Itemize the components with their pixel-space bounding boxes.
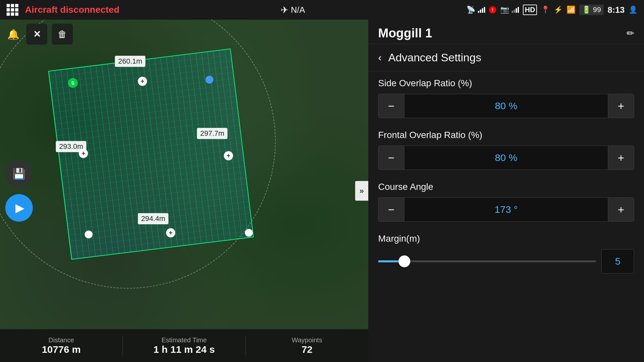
video-signal-group: 📷 xyxy=(500,6,519,14)
frontal-overlap-input-row: − 80 % + xyxy=(378,146,634,170)
frontal-overlap-minus-button[interactable]: − xyxy=(378,146,404,170)
course-angle-input-row: − 173 ° + xyxy=(378,197,634,222)
bluetooth-icon: ⚡ xyxy=(554,6,563,14)
battery-percent: 99 xyxy=(593,6,601,14)
person-icon: 👤 xyxy=(629,6,637,14)
add-handle-right[interactable]: + xyxy=(224,151,233,160)
corner-handle-br[interactable] xyxy=(245,229,253,237)
side-overlap-label: Side Overlap Ratio (%) xyxy=(378,78,634,89)
stat-waypoints: Waypoints 72 xyxy=(246,336,368,355)
rc-signal-group: 📡 xyxy=(466,6,485,14)
course-angle-value[interactable]: 173 ° xyxy=(404,197,608,222)
status-bar-center: ✈ N/A xyxy=(119,5,466,15)
advanced-settings-title: Advanced Settings xyxy=(388,51,482,64)
frontal-overlap-plus-button[interactable]: + xyxy=(608,146,634,170)
corner-handle-bl[interactable] xyxy=(85,231,93,238)
start-handle[interactable]: S xyxy=(68,78,78,88)
play-icon: ▶ xyxy=(15,201,25,215)
add-handle-left[interactable]: + xyxy=(79,149,88,158)
wifi-icon: 📶 xyxy=(567,6,575,14)
margin-input-row: 5 xyxy=(378,249,634,273)
chevron-right-icon: » xyxy=(359,186,364,195)
frontal-overlap-label: Frontal Overlap Ratio (%) xyxy=(378,130,634,140)
rc-icon: 📡 xyxy=(466,6,475,14)
save-button[interactable]: 💾 xyxy=(5,160,33,188)
na-label: N/A xyxy=(291,5,305,15)
right-panel: Moggill 1 ✏ ‹ Advanced Settings Side Ove… xyxy=(368,20,644,362)
dist-label-bottom: 294.4m xyxy=(138,213,168,224)
stats-bar: Distance 10776 m Estimated Time 1 h 11 m… xyxy=(0,329,368,362)
notification-button[interactable]: 🔔 xyxy=(3,24,23,44)
stat-time: Estimated Time 1 h 11 m 24 s xyxy=(123,336,246,355)
battery-group: 🔋 99 xyxy=(579,5,603,15)
corner-handle-tr[interactable] xyxy=(205,76,213,84)
video-signal-bars xyxy=(512,7,519,13)
map-area: 260.1m 293.0m 297.7m 294.4m S + + + + ✕ … xyxy=(0,20,368,362)
margin-slider-thumb[interactable] xyxy=(398,255,410,267)
play-button[interactable]: ▶ xyxy=(5,194,33,222)
status-bar-right: 📡 ! 📷 HD 📍 ⚡ 📶 🔋 99 8:13 xyxy=(466,5,637,15)
hd-badge: HD xyxy=(523,5,537,15)
add-handle-top[interactable]: + xyxy=(138,77,147,86)
waypoints-label: Waypoints xyxy=(292,336,322,344)
settings-content: Side Overlap Ratio (%) − 80 % + Frontal … xyxy=(368,71,644,362)
margin-label: Margin(m) xyxy=(378,233,634,244)
distance-value: 10776 m xyxy=(42,344,80,355)
action-buttons: 💾 ▶ xyxy=(5,160,33,222)
map-pin-icon: 📍 xyxy=(541,6,550,14)
panel-header: Moggill 1 ✏ xyxy=(368,20,644,44)
advanced-settings-header: ‹ Advanced Settings xyxy=(368,44,644,71)
time-value: 1 h 11 m 24 s xyxy=(154,344,215,355)
margin-slider-track xyxy=(378,260,596,262)
margin-slider-container[interactable] xyxy=(378,255,596,268)
course-angle-minus-button[interactable]: − xyxy=(378,197,404,222)
bell-icon: 🔔 xyxy=(7,29,19,40)
course-angle-section: Course Angle − 173 ° + xyxy=(378,182,634,222)
grid-menu-icon[interactable] xyxy=(7,4,18,16)
margin-value[interactable]: 5 xyxy=(601,249,634,273)
map-toolbar: ✕ 🗑 xyxy=(26,24,73,45)
close-button[interactable]: ✕ xyxy=(26,24,47,45)
status-bar-left: Aircraft disconnected xyxy=(7,4,119,16)
trash-icon: 🗑 xyxy=(58,29,67,40)
time-display: 8:13 xyxy=(608,5,625,15)
course-angle-label: Course Angle xyxy=(378,182,634,192)
time-label: Estimated Time xyxy=(161,336,207,344)
dist-label-right: 297.7m xyxy=(197,128,227,139)
delete-button[interactable]: 🗑 xyxy=(52,24,73,45)
margin-section: Margin(m) 5 xyxy=(378,233,634,273)
side-overlap-value[interactable]: 80 % xyxy=(404,94,608,118)
side-overlap-minus-button[interactable]: − xyxy=(378,94,404,118)
video-icon: 📷 xyxy=(500,6,509,14)
side-overlap-plus-button[interactable]: + xyxy=(608,94,634,118)
main-content: 260.1m 293.0m 297.7m 294.4m S + + + + ✕ … xyxy=(0,20,644,362)
save-icon: 💾 xyxy=(12,168,26,180)
frontal-overlap-section: Frontal Overlap Ratio (%) − 80 % + xyxy=(378,130,634,170)
edit-button[interactable]: ✏ xyxy=(627,28,634,39)
distance-label: Distance xyxy=(49,336,74,344)
dist-label-top: 260.1m xyxy=(115,56,145,67)
status-bar: Aircraft disconnected ✈ N/A 📡 ! 📷 xyxy=(0,0,644,20)
frontal-overlap-value[interactable]: 80 % xyxy=(404,146,608,170)
rc-signal-bars xyxy=(478,7,485,13)
aircraft-status-text: Aircraft disconnected xyxy=(25,5,119,15)
waypoints-value: 72 xyxy=(302,344,312,355)
add-handle-bottom[interactable]: + xyxy=(166,228,175,237)
side-overlap-input-row: − 80 % + xyxy=(378,94,634,118)
collapse-panel-button[interactable]: » xyxy=(355,181,368,201)
side-overlap-section: Side Overlap Ratio (%) − 80 % + xyxy=(378,78,634,118)
panel-title: Moggill 1 xyxy=(378,26,432,40)
drone-icon: ✈ xyxy=(281,5,288,15)
back-button[interactable]: ‹ xyxy=(378,51,382,64)
course-angle-plus-button[interactable]: + xyxy=(608,197,634,222)
battery-icon: 🔋 xyxy=(582,6,591,14)
close-icon: ✕ xyxy=(33,29,41,40)
warning-icon: ! xyxy=(489,6,496,13)
stat-distance: Distance 10776 m xyxy=(0,336,123,355)
